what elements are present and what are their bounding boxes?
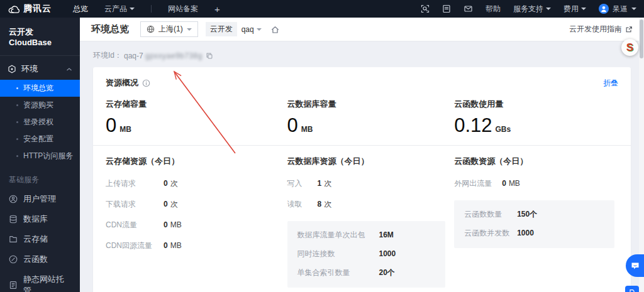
- stat-database-capacity: 云数据库容量 0MB: [287, 99, 455, 135]
- quota-row: 云函数数量150个: [464, 209, 604, 220]
- resource-overview-card: 资源概况 折叠 云存储容量 0MB 云数据库容量 0M: [93, 67, 631, 292]
- sidebar-item-cloud-function[interactable]: 云函数: [0, 249, 80, 269]
- chevron-down-icon: [187, 28, 192, 33]
- sidebar-item-database[interactable]: 数据库: [0, 209, 80, 229]
- chevron-up-icon: [66, 67, 72, 72]
- collapse-link[interactable]: 折叠: [603, 78, 618, 89]
- chat-support-button[interactable]: [626, 254, 644, 277]
- sidebar-section-basic-services: 基础服务: [0, 165, 80, 189]
- avatar: [599, 4, 609, 14]
- sidebar-item-env-overview[interactable]: 环境总览: [0, 80, 80, 97]
- tencent-cloud-logo[interactable]: 腾讯云: [8, 3, 52, 14]
- chat-bubble-icon: [631, 262, 640, 270]
- topbar-right: 帮助 服务支持 费用 呆逼: [421, 4, 636, 14]
- kv-row: CDN回源流量0MB: [106, 241, 287, 251]
- sidebar-item-login-auth[interactable]: 登录授权: [0, 114, 80, 131]
- env-id-label: 环境Id：: [93, 50, 122, 61]
- quota-row: 单集合索引数量20个: [297, 268, 436, 278]
- nav-overview[interactable]: 总览: [73, 4, 88, 14]
- kv-row: 上传请求0次: [106, 178, 287, 189]
- page-header: 环境总览 上海(1) 云开发 qaq: [80, 18, 644, 41]
- sidebar-item-cloud-storage[interactable]: 云存储: [0, 229, 80, 249]
- sidebar-title: 云开发 CloudBase: [0, 18, 80, 56]
- billing-menu[interactable]: 费用: [564, 4, 586, 14]
- chevron-down-icon: [581, 8, 586, 13]
- document-icon[interactable]: [442, 4, 451, 13]
- s-extension-badge[interactable]: S: [621, 39, 638, 56]
- quota-row: 数据库流量单次出包16M: [297, 230, 436, 241]
- kv-row: 下载请求0次: [106, 199, 287, 210]
- nav-beian[interactable]: 网站备案: [168, 4, 198, 14]
- support-menu[interactable]: 服务支持: [513, 4, 551, 14]
- user-icon: [9, 195, 18, 203]
- page-title: 环境总览: [91, 23, 129, 35]
- stat-unit: MB: [119, 125, 131, 134]
- env-selector[interactable]: qaq: [242, 25, 262, 34]
- quota-row: 云函数并发数1000: [464, 228, 604, 239]
- sidebar-item-http-access[interactable]: HTTP访问服务: [0, 148, 80, 165]
- nav-add-favorite-button[interactable]: +: [214, 4, 220, 14]
- database-quota-box: 数据库流量单次出包16M 同时连接数1000 单集合索引数量20个: [287, 221, 446, 288]
- cloudbase-guide-link[interactable]: 云开发使用指南: [569, 24, 633, 35]
- function-icon: [9, 255, 18, 264]
- brand-name: 腾讯云: [23, 3, 52, 14]
- stats-row: 云存储容量 0MB 云数据库容量 0MB 云函数使用量 0.12GBs: [93, 89, 631, 145]
- copy-icon[interactable]: [206, 52, 213, 60]
- region-selector[interactable]: 上海(1): [140, 21, 198, 37]
- card-title: 资源概况: [106, 77, 138, 89]
- globe-icon: [147, 25, 155, 33]
- kv-row: 写入1次: [287, 178, 455, 189]
- product-tag: 云开发: [206, 22, 237, 36]
- content: 环境Id：qaq-7gpxxyae9b738g 资源概况 折叠: [80, 41, 644, 292]
- chevron-down-icon: [546, 8, 551, 13]
- card-header: 资源概况 折叠: [93, 67, 631, 89]
- stat-value: 0: [287, 116, 298, 135]
- database-icon: [9, 215, 18, 224]
- details-row: 云存储资源（今日） 上传请求0次 下载请求0次 CDN流量0MB CDN回源流量…: [93, 145, 631, 292]
- quota-row: 同时连接数1000: [297, 249, 436, 259]
- topbar-nav: 总览 云产品 网站备案 +: [73, 4, 220, 14]
- document-icon: [9, 281, 18, 289]
- kv-row: 外网出流量0MB: [454, 178, 618, 189]
- help-link[interactable]: 帮助: [486, 4, 501, 14]
- stat-storage-capacity: 云存储容量 0MB: [106, 99, 287, 135]
- sidebar: 云开发 CloudBase 环境 环境总览 资源购买 登录授权 安全配置 HTT…: [0, 18, 80, 292]
- chevron-down-icon: [257, 28, 262, 33]
- sidebar-item-resource-purchase[interactable]: 资源购买: [0, 97, 80, 114]
- scrollbar-thumb[interactable]: [640, 19, 643, 58]
- storage-today-section: 云存储资源（今日） 上传请求0次 下载请求0次 CDN流量0MB CDN回源流量…: [106, 156, 287, 288]
- main-area: 环境总览 上海(1) 云开发 qaq: [80, 18, 644, 292]
- hexagon-env-icon: [8, 65, 16, 73]
- feedback-corner-button[interactable]: [625, 286, 639, 292]
- folder-icon: [9, 235, 18, 244]
- stat-value: 0.12: [454, 116, 492, 135]
- nav-divider: [151, 5, 152, 13]
- search-scan-icon[interactable]: [421, 4, 430, 13]
- sidebar-item-user-management[interactable]: 用户管理: [0, 189, 80, 209]
- env-id-visible: qaq-7: [124, 51, 143, 60]
- doc-icon: [628, 289, 636, 292]
- kv-row: 读取8次: [287, 199, 455, 210]
- mail-icon[interactable]: [464, 4, 473, 13]
- home-icon[interactable]: [270, 25, 280, 34]
- function-today-section: 云函数资源（今日） 外网出流量0MB 云函数数量150个 云函数并发数1000: [454, 156, 618, 288]
- cloud-logo-icon: [8, 4, 19, 14]
- topbar: 腾讯云 总览 云产品 网站备案 + 帮助 服务支持: [0, 0, 644, 18]
- nav-cloud-products[interactable]: 云产品: [104, 4, 135, 14]
- stat-function-usage: 云函数使用量 0.12GBs: [454, 99, 618, 135]
- function-quota-box: 云函数数量150个 云函数并发数1000: [454, 200, 614, 248]
- info-icon[interactable]: [142, 79, 150, 87]
- sidebar-group-environment[interactable]: 环境: [0, 56, 80, 80]
- username: 呆逼: [613, 4, 628, 14]
- scrollbar-track[interactable]: [639, 18, 644, 292]
- user-account-menu[interactable]: 呆逼: [599, 4, 636, 14]
- stat-unit: GBs: [496, 125, 511, 134]
- external-link-icon: [625, 26, 633, 33]
- env-id-masked: gpxxyae9b738g: [145, 51, 203, 60]
- sidebar-item-static-hosting[interactable]: 静态网站托管: [0, 269, 80, 292]
- stat-unit: MB: [301, 125, 313, 134]
- kv-row: CDN流量0MB: [106, 220, 287, 230]
- chevron-down-icon: [130, 8, 135, 13]
- env-id-row: 环境Id：qaq-7gpxxyae9b738g: [93, 50, 631, 61]
- sidebar-item-security-config[interactable]: 安全配置: [0, 131, 80, 148]
